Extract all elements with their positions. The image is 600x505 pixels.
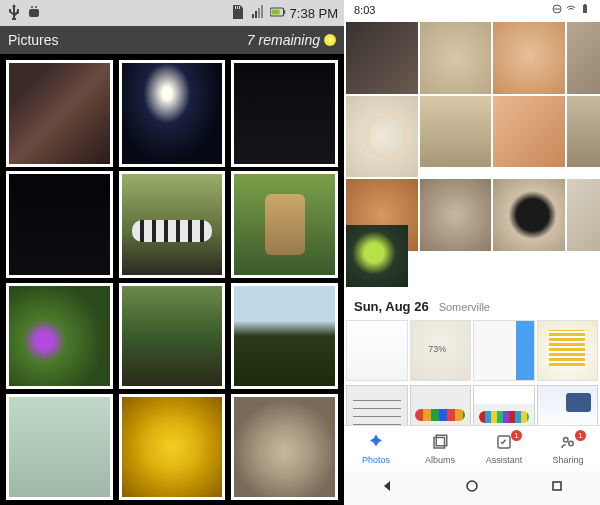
signal-icon: [250, 4, 266, 23]
photo-thumbnail[interactable]: [6, 394, 113, 501]
photo-thumbnail[interactable]: [420, 22, 492, 94]
photo-thumbnail[interactable]: [346, 320, 408, 382]
svg-point-21: [569, 441, 574, 446]
section-location: Somerville: [439, 301, 490, 313]
svg-point-2: [35, 6, 37, 8]
status-bar-modern: 8:03: [344, 0, 600, 20]
photo-thumbnail[interactable]: [567, 22, 601, 94]
bolt-icon: [324, 34, 336, 46]
svg-rect-9: [261, 5, 263, 18]
photo-thumbnail[interactable]: [346, 22, 418, 94]
svg-rect-5: [239, 6, 240, 9]
sd-icon: [230, 4, 246, 23]
tab-label: Assistant: [486, 455, 523, 465]
photo-grid-overflow: [344, 223, 600, 289]
photo-thumbnail[interactable]: [231, 171, 338, 278]
bottom-tab-bar: Photos Albums Assistant 1 Sharing 1: [344, 425, 600, 471]
status-time: 7:38 PM: [290, 6, 338, 21]
back-button[interactable]: [380, 479, 394, 497]
svg-rect-16: [584, 4, 586, 5]
home-button[interactable]: [465, 479, 479, 497]
svg-rect-12: [271, 9, 279, 14]
android-icon: [26, 4, 42, 23]
photo-thumbnail[interactable]: [6, 60, 113, 167]
svg-rect-4: [237, 6, 238, 9]
section-header[interactable]: Sun, Aug 26 Somerville: [344, 289, 600, 318]
photo-thumbnail[interactable]: [410, 385, 472, 425]
photo-thumbnail[interactable]: [119, 283, 226, 390]
photo-thumbnail[interactable]: [119, 60, 226, 167]
svg-rect-6: [252, 14, 254, 18]
svg-point-1: [31, 6, 33, 8]
photo-thumbnail[interactable]: [231, 394, 338, 501]
photo-thumbnail[interactable]: [537, 385, 599, 425]
svg-rect-8: [258, 8, 260, 18]
dnd-icon: [552, 4, 562, 16]
tab-albums[interactable]: Albums: [408, 426, 472, 471]
tab-assistant[interactable]: Assistant 1: [472, 426, 536, 471]
photo-thumbnail[interactable]: [346, 385, 408, 425]
photo-thumbnail[interactable]: [119, 394, 226, 501]
svg-rect-23: [553, 482, 561, 490]
photo-thumbnail[interactable]: [473, 385, 535, 425]
legacy-photo-grid[interactable]: [0, 54, 344, 505]
photo-thumbnail[interactable]: [231, 283, 338, 390]
photo-grid-recent: [344, 20, 600, 223]
svg-rect-7: [255, 11, 257, 18]
wifi-icon: [566, 4, 576, 16]
photo-thumbnail[interactable]: [567, 96, 601, 168]
svg-point-20: [564, 437, 569, 442]
tab-sharing[interactable]: Sharing 1: [536, 426, 600, 471]
gallery-header: Pictures 7 remaining: [0, 26, 344, 54]
photos-scroll-body[interactable]: Sun, Aug 26 Somerville: [344, 20, 600, 425]
svg-rect-0: [29, 9, 39, 17]
photos-icon: [367, 433, 385, 453]
photo-thumbnail[interactable]: [420, 96, 492, 168]
svg-rect-15: [583, 5, 587, 13]
photo-thumbnail[interactable]: [231, 60, 338, 167]
photo-thumbnail[interactable]: [346, 96, 418, 178]
photo-thumbnail[interactable]: [346, 225, 408, 287]
photo-grid-screenshots-2: [344, 383, 600, 425]
photo-thumbnail[interactable]: [493, 96, 565, 168]
usb-icon: [6, 4, 22, 23]
photo-grid-screenshots: [344, 318, 600, 384]
gallery-title: Pictures: [8, 32, 59, 48]
android-nav-bar: [344, 471, 600, 505]
photo-thumbnail[interactable]: [473, 320, 535, 382]
photo-thumbnail[interactable]: [119, 171, 226, 278]
tab-label: Albums: [425, 455, 455, 465]
section-date: Sun, Aug 26: [354, 299, 429, 314]
svg-rect-11: [283, 10, 285, 13]
photo-thumbnail[interactable]: [410, 320, 472, 382]
status-bar-legacy: 7:38 PM: [0, 0, 344, 26]
photo-thumbnail[interactable]: [6, 283, 113, 390]
remaining-indicator: 7 remaining: [247, 32, 336, 48]
battery-icon: [270, 4, 286, 23]
tab-label: Sharing: [552, 455, 583, 465]
photo-thumbnail[interactable]: [6, 171, 113, 278]
tab-label: Photos: [362, 455, 390, 465]
notification-badge: 1: [511, 430, 522, 441]
recents-button[interactable]: [550, 479, 564, 497]
remaining-text: 7 remaining: [247, 32, 320, 48]
photo-thumbnail[interactable]: [493, 22, 565, 94]
notification-badge: 1: [575, 430, 586, 441]
photo-thumbnail[interactable]: [537, 320, 599, 382]
tab-photos[interactable]: Photos: [344, 426, 408, 471]
battery-icon: [580, 4, 590, 16]
status-time: 8:03: [354, 4, 375, 16]
albums-icon: [431, 433, 449, 453]
android-legacy-gallery: 7:38 PM Pictures 7 remaining: [0, 0, 344, 505]
svg-rect-3: [235, 6, 236, 9]
svg-point-22: [467, 481, 477, 491]
google-photos-app: 8:03 Sun, Aug 26 Somerville: [344, 0, 600, 505]
